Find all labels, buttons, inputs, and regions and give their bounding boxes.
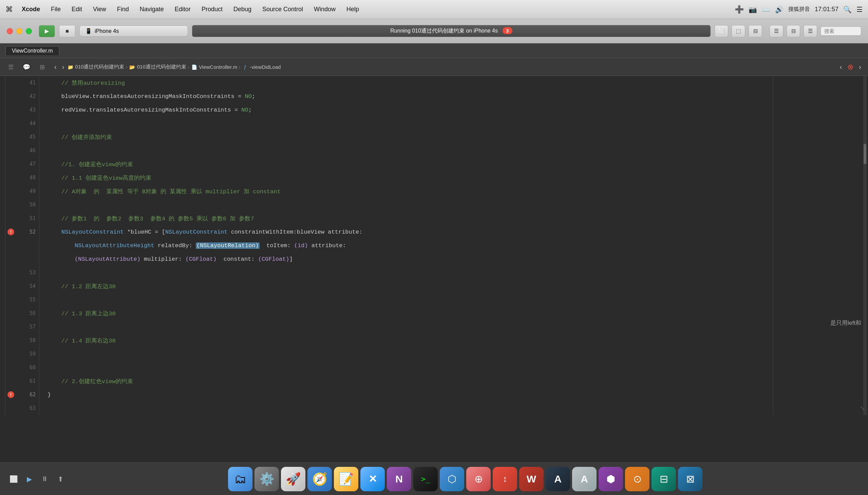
maximize-button[interactable] <box>26 28 32 34</box>
error-dot-62: ! <box>7 391 14 398</box>
stop-button[interactable]: ■ <box>59 25 75 37</box>
dock-breakpoint[interactable]: ▶ <box>22 472 36 486</box>
code-line-46 <box>39 144 773 157</box>
navigator-toggle[interactable]: ☰ <box>770 25 783 37</box>
breadcrumb-item-1[interactable]: 📁 010通过代码创建约束 <box>67 64 124 70</box>
camera-icon[interactable]: 📷 <box>749 5 757 14</box>
dock-app-teal[interactable]: ⊟ <box>652 467 676 491</box>
line-46: 46 <box>5 144 39 157</box>
scheme-selector[interactable]: 📱 iPhone 4s <box>79 25 188 37</box>
dock: ⬜ ▶ ⏸ ⬆ 🗂 ⚙️ 🚀 🧭 📝 ✕ N >_ ⬡ ⊕ ↕ W <box>0 462 868 495</box>
dock-ftp[interactable]: ↕ <box>493 467 517 491</box>
dock-editor-console[interactable]: ⬜ <box>7 472 20 486</box>
grid-icon[interactable]: ⊞ <box>35 61 49 74</box>
line-63: 63 <box>5 402 39 415</box>
minimize-button[interactable] <box>16 28 22 34</box>
editor-layout-standard[interactable]: ⬜ <box>715 25 728 37</box>
dock-app-gray[interactable]: A <box>572 467 596 491</box>
code-line-42: blueView.translatesAutoresizingMaskIntoC… <box>39 89 773 103</box>
dock-share[interactable]: ⬆ <box>54 472 67 486</box>
code-line-61: // 2.创建红色view的约束 <box>39 374 773 388</box>
dock-onenote[interactable]: N <box>387 467 411 491</box>
search-input[interactable] <box>820 27 861 36</box>
line-44: 44 <box>5 117 39 130</box>
menu-xcode[interactable]: Xcode <box>17 4 45 14</box>
run-button[interactable]: ▶ <box>39 25 55 37</box>
app-blue-icon: ⬡ <box>447 473 456 485</box>
dock-app-orange[interactable]: ⊙ <box>625 467 650 491</box>
breadcrumb-item-2[interactable]: 📂 010通过代码创建约束 <box>129 64 186 70</box>
menu-source-control[interactable]: Source Control <box>258 4 308 14</box>
right-panel: 是只用left和 ⤡ <box>773 76 868 415</box>
dock-app-purple[interactable]: ⬢ <box>599 467 623 491</box>
resize-handle[interactable]: ⤡ <box>860 405 865 412</box>
sidebar-toggle-icon[interactable]: ☰ <box>4 61 18 74</box>
apple-menu[interactable]: ⌘ <box>5 5 13 14</box>
line-49: 49 <box>5 185 39 198</box>
dock-pause[interactable]: ⏸ <box>38 472 52 486</box>
editor-layout-version[interactable]: ⊟ <box>749 25 762 37</box>
dock-safari[interactable]: 🧭 <box>308 467 332 491</box>
dock-system-prefs[interactable]: ⚙️ <box>255 467 279 491</box>
line-42: 42 <box>5 89 39 103</box>
menu-icon[interactable]: ☰ <box>856 5 863 14</box>
file-icon: 📄 <box>191 64 197 70</box>
menu-navigate[interactable]: Navigate <box>135 4 169 14</box>
dock-app-blue2[interactable]: ⊠ <box>678 467 702 491</box>
plus-icon[interactable]: ➕ <box>735 5 744 14</box>
dock-launchpad[interactable]: 🚀 <box>281 467 306 491</box>
scheme-device-label: iPhone 4s <box>95 28 119 34</box>
menu-product[interactable]: Product <box>197 4 227 14</box>
breadcrumb-label-4: -viewDidLoad <box>250 64 281 70</box>
dock-parallels[interactable]: ⊕ <box>466 467 491 491</box>
right-scrollbar[interactable] <box>863 76 867 415</box>
menu-view[interactable]: View <box>88 4 111 14</box>
dock-app-dark[interactable]: A <box>546 467 570 491</box>
breadcrumb-label-1: 010通过代码创建约束 <box>75 64 124 70</box>
menu-debug[interactable]: Debug <box>229 4 256 14</box>
breadcrumb-sep-1: › <box>126 64 127 70</box>
line-60: 60 <box>5 361 39 374</box>
app-teal-icon: ⊟ <box>660 473 668 485</box>
clock: 17:01:57 <box>815 6 838 13</box>
utilities-toggle[interactable]: ☰ <box>804 25 817 37</box>
menu-file[interactable]: File <box>46 4 65 14</box>
code-line-51: // 参数1 的 参数2 参数3 参数4 的 参数5 乘以 参数6 加 参数7 <box>39 211 773 225</box>
folder-icon-1: 📁 <box>67 64 73 70</box>
nav-forward-button[interactable]: › <box>60 62 67 72</box>
breadcrumb-label-2: 010通过代码创建约束 <box>137 64 186 70</box>
dock-word[interactable]: W <box>519 467 544 491</box>
menu-editor[interactable]: Editor <box>170 4 195 14</box>
menu-help[interactable]: Help <box>342 4 364 14</box>
debug-area-toggle[interactable]: ⊟ <box>787 25 800 37</box>
keyboard-icon[interactable]: ⌨️ <box>762 5 770 14</box>
dock-xcode[interactable]: ✕ <box>360 467 385 491</box>
code-line-41: // 禁用autoresizing <box>39 76 773 89</box>
comment-icon[interactable]: 💬 <box>20 61 33 74</box>
breadcrumb-item-3[interactable]: 📄 ViewController.m <box>191 64 237 70</box>
dock-app-blue[interactable]: ⬡ <box>440 467 464 491</box>
nav-prev-button[interactable]: ‹ <box>837 62 845 72</box>
app-orange-icon: ⊙ <box>633 473 642 485</box>
sound-icon[interactable]: 🔊 <box>775 5 784 14</box>
traffic-lights <box>7 28 32 34</box>
breadcrumb-item-4[interactable]: ƒ -viewDidLoad <box>242 64 281 70</box>
code-editor[interactable]: // 禁用autoresizing blueView.translatesAut… <box>39 76 773 415</box>
menu-window[interactable]: Window <box>309 4 340 14</box>
file-tab-viewcontroller[interactable]: ViewController.m <box>5 46 60 55</box>
ime-label[interactable]: 搜狐拼音 <box>788 6 810 13</box>
nav-back-button[interactable]: ‹ <box>52 62 60 72</box>
menu-edit[interactable]: Edit <box>67 4 87 14</box>
menu-find[interactable]: Find <box>112 4 134 14</box>
system-prefs-icon: ⚙️ <box>259 472 275 486</box>
dock-finder[interactable]: 🗂 <box>228 467 252 491</box>
search-icon[interactable]: 🔍 <box>843 5 852 14</box>
dock-terminal[interactable]: >_ <box>413 467 438 491</box>
nav-next-button[interactable]: › <box>856 62 864 72</box>
app-dark-icon: A <box>554 473 561 485</box>
right-scrollbar-thumb[interactable] <box>864 144 866 164</box>
close-button[interactable] <box>7 28 13 34</box>
code-line-58: // 1.4 距离右边30 <box>39 334 773 347</box>
editor-layout-assistant[interactable]: ⬚ <box>732 25 745 37</box>
dock-notes[interactable]: 📝 <box>334 467 358 491</box>
